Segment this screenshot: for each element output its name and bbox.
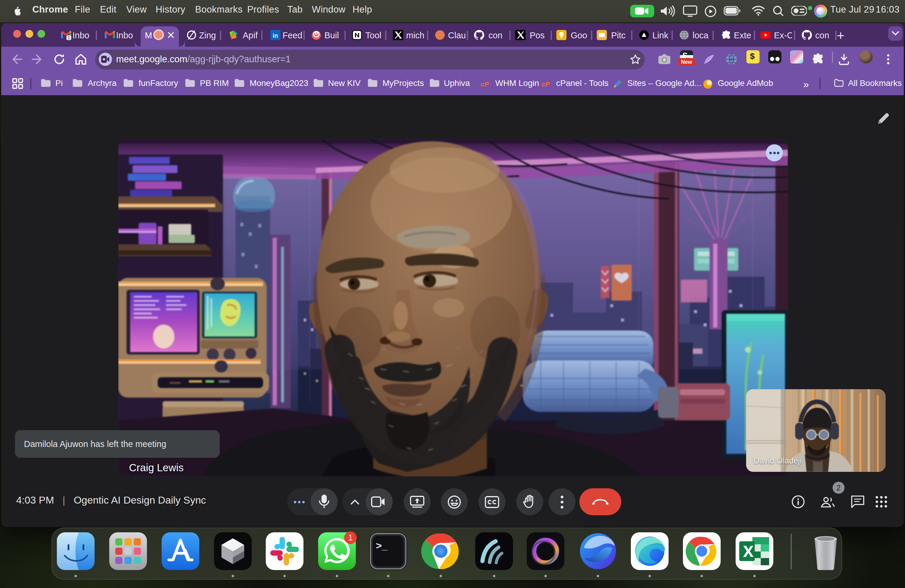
svg-text:cP: cP — [481, 81, 489, 88]
svg-text:1: 1 — [348, 533, 352, 542]
svg-text:1: 1 — [68, 35, 70, 40]
svg-text:in: in — [273, 32, 278, 39]
svg-text:>_: >_ — [376, 540, 388, 551]
svg-text:cP: cP — [541, 81, 549, 88]
